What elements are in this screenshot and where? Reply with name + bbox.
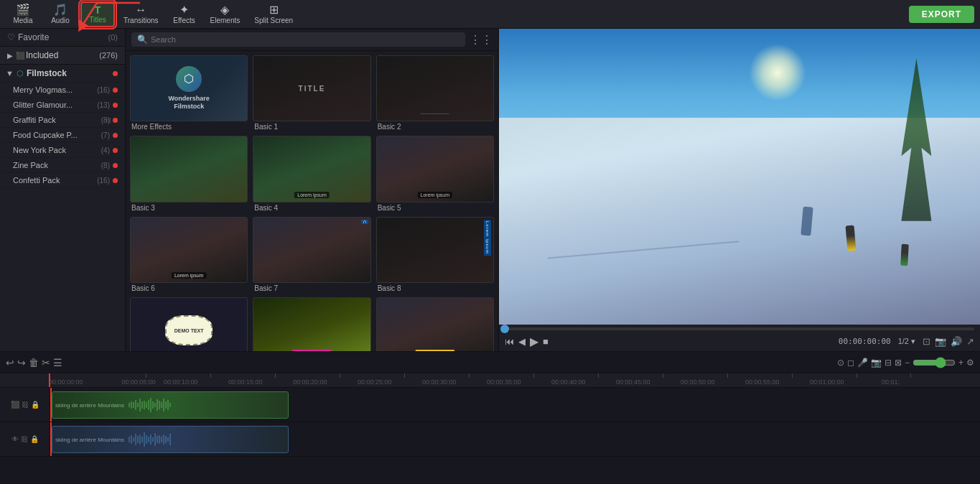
tool-media[interactable]: 🎬 Media	[6, 1, 40, 27]
tool-transitions[interactable]: ↔ Transitions	[118, 1, 164, 27]
tl-zoom-in-icon[interactable]: +	[958, 358, 963, 368]
tl-pip-icon[interactable]: ⊠	[895, 358, 902, 368]
tile-basic3[interactable]: Basic 3	[129, 134, 249, 213]
right-panel: ⏮ ◀ ▶ ■ 00:00:00:00 1/2 ▾ ⊡ 📷 🔊 ↗	[499, 29, 980, 351]
track2-chain-icon[interactable]: ⛓	[21, 435, 28, 443]
basic8-side-text: Lorem ipsum	[484, 220, 491, 256]
demo-text-preview: DEMO TEXT	[165, 315, 213, 345]
seek-handle[interactable]	[500, 325, 509, 333]
tile-basic5[interactable]: Lorem ipsum Basic 5	[375, 134, 495, 213]
track-controls-2: 👁 ⛓ 🔒	[0, 422, 50, 456]
speed-selector[interactable]: 1/2 ▾	[895, 335, 918, 348]
tl-settings-icon[interactable]: ⚙	[966, 358, 974, 368]
favorite-label: Favorite	[18, 32, 108, 42]
left-item-glitter-glamour[interactable]: Glitter Glamour... (13)	[0, 98, 125, 113]
step-back-button[interactable]: ⏮	[505, 336, 514, 347]
tl-snap-icon[interactable]: ⊙	[837, 358, 844, 368]
preview-area	[499, 29, 980, 325]
fullscreen-icon[interactable]: ⊡	[923, 336, 930, 347]
lorem-ipsum-6: Lorem ipsum	[172, 272, 206, 279]
track2-eye-icon[interactable]: 👁	[11, 435, 19, 443]
dot-icon	[113, 118, 118, 123]
heart-icon: ♡	[7, 32, 15, 42]
included-row[interactable]: ▶ ⬛ Included (276)	[0, 47, 125, 65]
tile-basic1[interactable]: TITLE Basic 1	[251, 54, 372, 132]
tl-zoom-out-icon[interactable]: −	[905, 358, 910, 368]
tile-text-here-yellow[interactable]: TEXT HERE 20/09/16	[375, 296, 495, 351]
tl-mic-icon[interactable]: 🎤	[857, 358, 868, 368]
tile-basic7[interactable]: C Basic 7	[251, 215, 372, 294]
track2-playhead	[50, 422, 52, 456]
tool-elements[interactable]: ◈ Elements	[205, 1, 246, 27]
filmstock-label: Filmstock	[27, 68, 113, 78]
delete-button[interactable]: 🗑	[29, 357, 39, 368]
snapshot-icon[interactable]: 📷	[935, 336, 946, 347]
tl-cc-icon[interactable]: ⊟	[885, 358, 892, 368]
left-item-food-cupcake[interactable]: Food Cupcake P... (7)	[0, 128, 125, 143]
center-top-bar: 🔍 ⋮⋮	[126, 29, 498, 51]
export-button[interactable]: EXPORT	[909, 6, 974, 23]
tile-more-effects[interactable]: ⬡ WondershareFilmstock More Effects	[129, 54, 249, 132]
sun-glow	[749, 44, 806, 101]
dot-icon	[113, 88, 118, 93]
left-item-confetti-pack[interactable]: Confetti Pack (16)	[0, 173, 125, 188]
lorem-ipsum-4: Lorem ipsum	[294, 192, 329, 198]
tl-clip-icon[interactable]: ◻	[847, 358, 854, 368]
tile-text-here-pink[interactable]: TEXT HERE 20/09/16	[251, 296, 372, 351]
tile-basic1-preview: TITLE	[299, 85, 326, 93]
track-content-1: skiing de arrière Mountains	[50, 388, 980, 422]
play-button[interactable]: ▶	[530, 335, 538, 348]
track1-chain-icon[interactable]: ⛓	[22, 401, 29, 409]
left-item-list: Merry Vlogmas... (16) Glitter Glamour...…	[0, 83, 125, 351]
filmstock-expand-icon: ▼	[6, 69, 14, 78]
favorite-row[interactable]: ♡ Favorite (0)	[0, 29, 125, 47]
search-icon: 🔍	[137, 34, 148, 45]
track1-lock-icon[interactable]: 🔒	[31, 401, 39, 409]
text-here-yellow-preview: TEXT HERE	[415, 350, 454, 351]
list-button[interactable]: ☰	[53, 357, 62, 368]
tool-split-screen[interactable]: ⊞ Split Screen	[248, 1, 299, 27]
zoom-slider[interactable]	[913, 357, 956, 368]
tile-demo-text[interactable]: DEMO TEXT	[129, 296, 249, 351]
filmstock-group[interactable]: ▼ ⬡ Filmstock	[0, 65, 125, 83]
tile-basic6[interactable]: Lorem ipsum Basic 6	[129, 215, 249, 294]
tile-basic4[interactable]: Lorem ipsum Basic 4	[251, 134, 372, 213]
favorite-count: (0)	[108, 33, 118, 42]
more-options-icon[interactable]: ↗	[966, 336, 974, 347]
left-panel: ♡ Favorite (0) ▶ ⬛ Included (276) ▼ ⬡ Fi…	[0, 29, 126, 351]
search-input[interactable]	[151, 35, 459, 44]
collapse-arrow-icon: ◁	[106, 116, 111, 124]
frame-back-button[interactable]: ◀	[518, 336, 526, 347]
tile-label: Basic 5	[376, 203, 494, 212]
tool-effects[interactable]: ✦ Effects	[167, 1, 202, 27]
track1-clip[interactable]: skiing de arrière Mountains	[52, 391, 289, 419]
tl-camera-icon[interactable]: 📷	[871, 358, 882, 368]
tile-label: Basic 6	[130, 283, 248, 292]
track2-lock-icon[interactable]: 🔒	[30, 435, 39, 443]
search-box[interactable]: 🔍	[131, 32, 465, 47]
filmstock-logo-icon: ⬡	[17, 69, 24, 78]
left-item-graffiti-pack[interactable]: Graffiti Pack (8) ◁	[0, 113, 125, 128]
skier3	[900, 243, 909, 265]
seek-bar[interactable]	[505, 327, 974, 330]
ruler-mark: 00:00:00:00	[49, 373, 113, 386]
undo-button[interactable]: ↩	[6, 357, 14, 368]
tool-titles[interactable]: T Titles	[80, 1, 115, 27]
grid-options-icon[interactable]: ⋮⋮	[470, 33, 493, 47]
effects-icon: ✦	[179, 4, 189, 16]
left-item-merry-vlogmas[interactable]: Merry Vlogmas... (16)	[0, 83, 125, 98]
filmstock-title: WondershareFilmstock	[168, 95, 209, 111]
tile-basic2[interactable]: ————— Basic 2	[375, 54, 495, 132]
track2-waveform	[127, 431, 288, 448]
track1-video-icon[interactable]: ⬛	[11, 401, 19, 409]
left-item-zine-pack[interactable]: Zine Pack (8)	[0, 158, 125, 173]
cut-button[interactable]: ✂	[42, 357, 50, 368]
stop-button[interactable]: ■	[543, 336, 549, 347]
left-item-new-york-pack[interactable]: New York Pack (4)	[0, 143, 125, 158]
track2-clip[interactable]: skiing de arrière Mountains	[52, 426, 289, 453]
tile-basic8[interactable]: Lorem ipsum Basic 8	[375, 215, 495, 294]
tool-audio[interactable]: 🎵 Audio	[43, 1, 78, 27]
volume-icon[interactable]: 🔊	[951, 336, 962, 347]
lorem-ipsum-5: Lorem ipsum	[418, 192, 452, 198]
redo-button[interactable]: ↪	[17, 357, 26, 368]
